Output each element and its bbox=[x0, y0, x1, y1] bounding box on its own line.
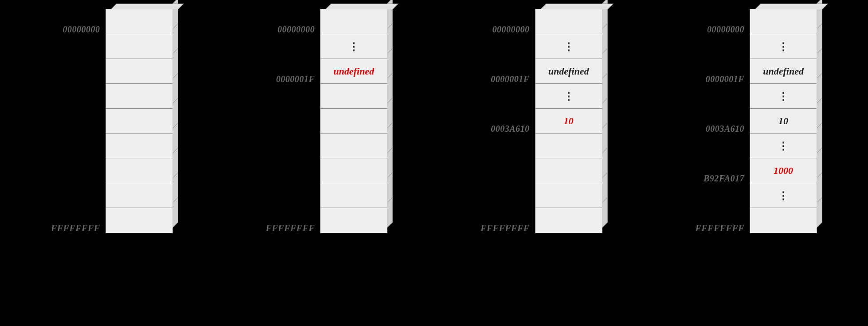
memory-cell: undefined bbox=[750, 59, 817, 84]
memory-cell bbox=[106, 208, 172, 233]
address-labels: 00000000.0000001F.0003A610.B92FA017.FFFF… bbox=[695, 9, 744, 240]
address-labels: 00000000.......FFFFFFFF bbox=[51, 9, 100, 240]
stack-side-face bbox=[387, 0, 393, 228]
memory-cell: undefined bbox=[321, 59, 387, 84]
memory-cell: ⋮ bbox=[750, 84, 817, 109]
stack-side-face bbox=[173, 0, 178, 228]
stack-side-face bbox=[602, 0, 608, 228]
address-label: 0003A610 bbox=[706, 116, 744, 141]
memory-cell bbox=[321, 109, 387, 134]
memory-cell bbox=[321, 158, 387, 183]
memory-cell bbox=[106, 109, 172, 134]
address-label: B92FA017 bbox=[704, 166, 744, 191]
address-label: 00000000 bbox=[493, 17, 530, 42]
memory-cell: ⋮ bbox=[750, 183, 817, 208]
address-label: 0000001F bbox=[706, 67, 744, 91]
address-label: 0000001F bbox=[276, 67, 315, 91]
memory-cell bbox=[106, 158, 172, 183]
memory-cell bbox=[536, 208, 602, 233]
memory-stack bbox=[106, 9, 173, 233]
address-label: 00000000 bbox=[63, 17, 100, 42]
address-label: 00000000 bbox=[707, 17, 744, 42]
memory-cell bbox=[750, 9, 817, 34]
memory-cell bbox=[536, 183, 602, 208]
address-label: FFFFFFFF bbox=[695, 216, 744, 240]
stack-side-face bbox=[817, 0, 822, 228]
memory-cell bbox=[106, 183, 172, 208]
memory-cell bbox=[536, 134, 602, 158]
memory-cell: 10 bbox=[536, 109, 602, 134]
memory-cell bbox=[321, 208, 387, 233]
memory-cell: ⋮ bbox=[321, 34, 387, 59]
memory-stack: ⋮undefined⋮10⋮1000⋮ bbox=[750, 9, 817, 233]
memory-stack: ⋮undefined bbox=[320, 9, 387, 233]
memory-cell bbox=[321, 9, 387, 34]
memory-cell: ⋮ bbox=[750, 34, 817, 59]
memory-cell: ⋮ bbox=[536, 34, 602, 59]
memory-block-3: 00000000.0000001F.0003A610...FFFFFFFF⋮un… bbox=[481, 9, 602, 240]
memory-cell bbox=[106, 59, 172, 84]
memory-block-2: 00000000.0000001F.....FFFFFFFF⋮undefined bbox=[266, 9, 387, 240]
address-label: 0000001F bbox=[491, 67, 529, 91]
memory-cells: ⋮undefined bbox=[320, 9, 387, 233]
memory-stack: ⋮undefined⋮10 bbox=[535, 9, 602, 233]
memory-cell bbox=[321, 183, 387, 208]
memory-cell bbox=[321, 134, 387, 158]
memory-cell: ⋮ bbox=[750, 134, 817, 158]
address-label: 00000000 bbox=[278, 17, 315, 42]
memory-cell bbox=[106, 9, 172, 34]
memory-cell bbox=[106, 84, 172, 109]
memory-cell: ⋮ bbox=[536, 84, 602, 109]
address-labels: 00000000.0000001F.....FFFFFFFF bbox=[266, 9, 315, 240]
memory-cell: 1000 bbox=[750, 158, 817, 183]
memory-cell bbox=[106, 134, 172, 158]
memory-cell bbox=[106, 34, 172, 59]
address-label: FFFFFFFF bbox=[481, 216, 530, 240]
memory-cell bbox=[536, 158, 602, 183]
memory-cell bbox=[536, 9, 602, 34]
memory-cell: undefined bbox=[536, 59, 602, 84]
memory-cells: ⋮undefined⋮10 bbox=[535, 9, 602, 233]
memory-cell: 10 bbox=[750, 109, 817, 134]
address-label: FFFFFFFF bbox=[266, 216, 315, 240]
memory-cell bbox=[750, 208, 817, 233]
memory-block-1: 00000000.......FFFFFFFF bbox=[51, 9, 173, 240]
memory-cells: ⋮undefined⋮10⋮1000⋮ bbox=[750, 9, 817, 233]
memory-cells bbox=[106, 9, 173, 233]
address-labels: 00000000.0000001F.0003A610...FFFFFFFF bbox=[481, 9, 530, 240]
address-label: 0003A610 bbox=[491, 116, 529, 141]
memory-cell bbox=[321, 84, 387, 109]
address-label: FFFFFFFF bbox=[51, 216, 100, 240]
memory-block-4: 00000000.0000001F.0003A610.B92FA017.FFFF… bbox=[695, 9, 817, 240]
